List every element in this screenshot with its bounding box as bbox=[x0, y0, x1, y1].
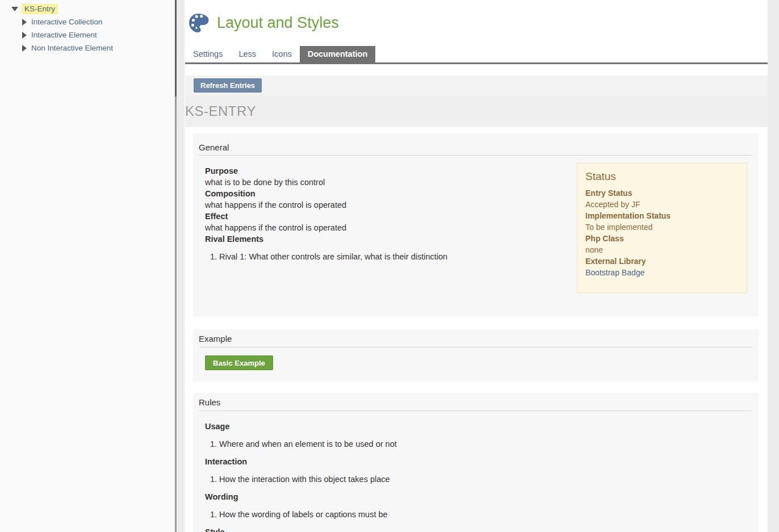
usage-list-item: Where and when an element is to be used … bbox=[219, 438, 753, 450]
example-section-title: Example bbox=[193, 329, 759, 347]
rules-term: Style bbox=[205, 526, 753, 532]
tab-documentation[interactable]: Documentation bbox=[300, 46, 376, 62]
tab-less[interactable]: Less bbox=[231, 46, 264, 62]
sidebar: KS-Entry Interactive Collection Interact… bbox=[0, 0, 175, 532]
navigation-tree: KS-Entry Interactive Collection Interact… bbox=[0, 0, 175, 55]
tab-bar: Settings Less Icons Documentation bbox=[185, 46, 768, 62]
caret-down-icon[interactable] bbox=[11, 7, 18, 11]
rules-term: Usage bbox=[205, 421, 753, 432]
entry-heading: KS-ENTRY bbox=[185, 103, 256, 119]
tree-item-label[interactable]: Interactive Element bbox=[31, 31, 97, 39]
pane-divider bbox=[177, 0, 185, 532]
rules-term: Wording bbox=[205, 491, 753, 502]
example-section: Example Basic Example bbox=[193, 329, 759, 382]
tab-settings[interactable]: Settings bbox=[185, 46, 231, 62]
general-section-title: General bbox=[193, 133, 759, 155]
status-term: External Library bbox=[585, 255, 739, 267]
wording-list-item: How the wording of labels or captions mu… bbox=[219, 509, 753, 520]
tree-item-interactive-collection[interactable]: Interactive Collection bbox=[0, 15, 175, 28]
status-value: Accepted by JF bbox=[585, 199, 739, 210]
general-section: General Purpose what is to be done by th… bbox=[193, 133, 759, 316]
tree-root-label[interactable]: KS-Entry bbox=[22, 4, 58, 14]
tree-root-ks-entry[interactable]: KS-Entry bbox=[0, 2, 175, 15]
rules-section: Rules Usage Where and when an element is… bbox=[193, 393, 759, 532]
interaction-list-item: How the interaction with this object tak… bbox=[219, 474, 753, 485]
page-header: Layout and Styles bbox=[185, 0, 768, 33]
tree-item-non-interactive-element[interactable]: Non Interactive Element bbox=[0, 41, 175, 55]
status-panel-title: Status bbox=[585, 171, 739, 182]
rules-term: Interaction bbox=[205, 456, 753, 467]
main-scrollbar-track[interactable] bbox=[768, 0, 779, 532]
usage-list: Where and when an element is to be used … bbox=[205, 438, 753, 450]
main-pane: Layout and Styles Settings Less Icons Do… bbox=[185, 0, 779, 532]
tree-item-interactive-element[interactable]: Interactive Element bbox=[0, 28, 175, 41]
rules-desc: How the interaction with this object tak… bbox=[205, 474, 753, 485]
caret-right-icon[interactable] bbox=[22, 32, 27, 39]
status-value: none bbox=[585, 244, 739, 255]
status-term: Implementation Status bbox=[585, 210, 739, 221]
page-title: Layout and Styles bbox=[217, 14, 339, 32]
example-section-body: Basic Example bbox=[193, 347, 759, 380]
rules-section-body: Usage Where and when an element is to be… bbox=[193, 411, 759, 532]
tree-item-label[interactable]: Non Interactive Element bbox=[31, 44, 113, 52]
palette-icon bbox=[188, 12, 209, 33]
basic-example-button[interactable]: Basic Example bbox=[205, 355, 273, 370]
wording-list: How the wording of labels or captions mu… bbox=[205, 509, 753, 520]
tree-item-label[interactable]: Interactive Collection bbox=[31, 18, 102, 26]
toolbar: Refresh Entries bbox=[185, 76, 768, 95]
caret-right-icon[interactable] bbox=[22, 19, 27, 26]
status-definition-list: Entry Status Accepted by JF Implementati… bbox=[585, 187, 739, 278]
status-panel: Status Entry Status Accepted by JF Imple… bbox=[577, 163, 747, 293]
rules-desc: Where and when an element is to be used … bbox=[205, 438, 753, 450]
caret-right-icon[interactable] bbox=[22, 45, 27, 52]
tab-icons[interactable]: Icons bbox=[264, 46, 300, 62]
app-window: KS-Entry Interactive Collection Interact… bbox=[0, 0, 779, 532]
refresh-entries-button[interactable]: Refresh Entries bbox=[194, 78, 262, 93]
rules-section-title: Rules bbox=[193, 393, 759, 410]
rules-desc: How the wording of labels or captions mu… bbox=[205, 509, 753, 520]
section-heading-band: KS-ENTRY bbox=[185, 95, 768, 127]
status-value: To be implemented bbox=[585, 221, 739, 233]
status-term: Entry Status bbox=[585, 187, 739, 199]
tab-underline bbox=[185, 62, 768, 64]
rules-definition-list: Usage Where and when an element is to be… bbox=[205, 421, 753, 532]
status-term: Php Class bbox=[585, 233, 739, 244]
external-library-link[interactable]: Bootstrap Badge bbox=[585, 267, 739, 278]
interaction-list: How the interaction with this object tak… bbox=[205, 474, 753, 485]
